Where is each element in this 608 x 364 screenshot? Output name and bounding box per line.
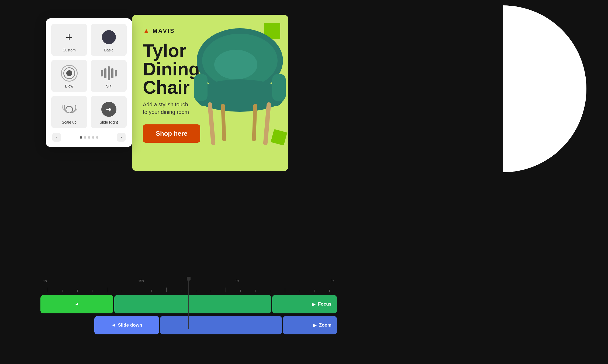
animation-panel: + Custom Basic Blow <box>46 18 132 147</box>
dot-1 <box>80 136 82 139</box>
tick <box>322 290 337 292</box>
dot-4 <box>92 136 94 139</box>
tick <box>189 290 203 292</box>
anim-item-custom[interactable]: + Custom <box>51 24 87 56</box>
main-container: + Custom Basic Blow <box>0 0 608 364</box>
tick <box>100 288 115 292</box>
play-right-icon: ▶ <box>312 302 315 307</box>
anim-item-slit[interactable]: Slit <box>91 60 127 92</box>
timeline-area: 1s 15s 2s 3s <box>40 279 337 337</box>
anim-item-slide-right[interactable]: ➜ Slide Right <box>91 96 127 128</box>
tick <box>159 288 174 292</box>
focus-label: Focus <box>318 302 331 307</box>
playhead[interactable] <box>187 277 191 329</box>
tick <box>144 290 159 292</box>
custom-icon: + <box>61 29 77 45</box>
tick <box>115 290 129 292</box>
track-2-segment-2[interactable] <box>160 316 282 334</box>
scale-up-icon <box>61 101 77 117</box>
tick <box>263 290 278 292</box>
ruler-label-3: 2s <box>235 279 239 283</box>
scale-up-label: Scale up <box>62 120 76 124</box>
track-2-segment-1[interactable]: ◄ Slide down <box>94 316 159 334</box>
slide-down-label: Slide down <box>118 323 142 328</box>
slit-label: Slit <box>106 84 111 88</box>
blow-icon <box>61 65 77 81</box>
dot-2 <box>84 136 86 139</box>
pagination-dots <box>80 136 98 139</box>
prev-button[interactable]: ‹ <box>52 133 61 142</box>
chair-image <box>175 15 288 166</box>
tick <box>248 290 263 292</box>
brand-name: MAVIS <box>153 27 175 34</box>
basic-icon <box>101 29 117 45</box>
blow-label: Blow <box>65 84 73 88</box>
track-1-segment-1[interactable]: ◄ <box>40 295 113 313</box>
white-arc-decoration <box>419 5 586 172</box>
playhead-line <box>188 281 189 329</box>
svg-rect-6 <box>272 74 286 101</box>
dot-5 <box>96 136 98 139</box>
track-1-segment-3[interactable]: ▶ Focus <box>272 295 337 313</box>
tick <box>278 288 292 292</box>
zoom-play-icon: ▶ <box>313 323 316 328</box>
zoom-label: Zoom <box>319 323 331 328</box>
anim-item-blow[interactable]: Blow <box>51 60 87 92</box>
brand-icon: ▲ <box>143 27 150 35</box>
custom-label: Custom <box>63 48 75 52</box>
ruler-label-4: 3s <box>330 279 334 283</box>
tick <box>70 290 85 292</box>
track-2-segment-3[interactable]: ▶ Zoom <box>283 316 337 334</box>
anim-item-scale-up[interactable]: Scale up <box>51 96 87 128</box>
tick <box>40 288 55 292</box>
tick <box>233 290 248 292</box>
ruler-label-1: 1s <box>43 279 47 283</box>
tick <box>203 290 218 292</box>
slide-down-play-icon: ◄ <box>111 323 116 328</box>
play-left-icon: ◄ <box>75 302 79 307</box>
playhead-head <box>187 277 191 281</box>
slit-icon <box>101 65 117 81</box>
next-button[interactable]: › <box>117 133 126 142</box>
timeline-ruler: 1s 15s 2s 3s <box>40 279 337 292</box>
ruler-label-2: 15s <box>138 279 144 283</box>
tick <box>85 290 100 292</box>
tick <box>218 288 233 292</box>
tick <box>292 290 307 292</box>
track-2: ◄ Slide down ▶ Zoom <box>94 316 337 334</box>
animation-grid: + Custom Basic Blow <box>51 24 127 128</box>
slide-right-icon: ➜ <box>101 101 117 117</box>
dot-3 <box>88 136 90 139</box>
basic-label: Basic <box>104 48 113 52</box>
tick <box>55 290 70 292</box>
svg-point-2 <box>214 50 257 79</box>
chair-svg <box>183 18 288 158</box>
track-1-segment-2[interactable] <box>114 295 271 313</box>
tick <box>174 290 189 292</box>
tick <box>129 290 144 292</box>
slide-right-label: Slide Right <box>100 120 118 124</box>
pagination: ‹ › <box>51 133 127 142</box>
anim-item-basic[interactable]: Basic <box>91 24 127 56</box>
tick <box>307 290 322 292</box>
ad-card: ▲ MAVIS TylorDiningChair Add a stylish t… <box>132 15 288 171</box>
svg-rect-5 <box>194 74 208 101</box>
